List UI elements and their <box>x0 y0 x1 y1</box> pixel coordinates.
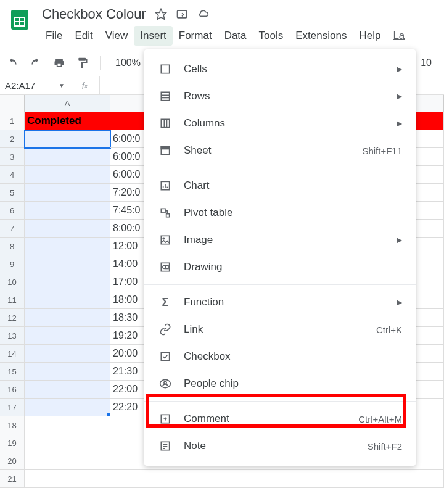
select-all-corner[interactable] <box>0 95 25 112</box>
menu-separator <box>144 284 416 285</box>
print-icon[interactable] <box>53 57 65 69</box>
row-header[interactable]: 13 <box>0 327 25 345</box>
cell[interactable] <box>25 434 110 452</box>
cell[interactable] <box>25 399 110 416</box>
submenu-arrow-icon: ▶ <box>397 119 402 128</box>
cell[interactable] <box>25 148 110 166</box>
menu-label: Cells <box>184 63 385 75</box>
menu-format[interactable]: Format <box>173 26 218 46</box>
insert-chart[interactable]: Chart <box>144 172 416 199</box>
svg-rect-6 <box>161 65 169 73</box>
redo-icon[interactable] <box>30 57 42 69</box>
row-header[interactable]: 2 <box>0 130 25 148</box>
cell[interactable] <box>25 416 110 434</box>
insert-columns[interactable]: Columns ▶ <box>144 110 416 137</box>
row-header[interactable]: 20 <box>0 452 25 470</box>
cell[interactable] <box>25 184 110 202</box>
cell[interactable] <box>25 452 110 470</box>
row-header[interactable]: 9 <box>0 255 25 273</box>
row-header[interactable]: 21 <box>0 470 25 488</box>
insert-sheet[interactable]: Sheet Shift+F11 <box>144 137 416 164</box>
insert-comment[interactable]: Comment Ctrl+Alt+M <box>144 405 416 432</box>
menu-extensions[interactable]: Extensions <box>289 26 353 46</box>
insert-drawing[interactable]: Drawing <box>144 254 416 281</box>
menu-separator <box>144 168 416 168</box>
insert-pivot[interactable]: Pivot table <box>144 199 416 226</box>
document-title[interactable]: Checkbox Colour <box>42 6 146 22</box>
svg-rect-21 <box>161 236 169 244</box>
cell[interactable] <box>25 130 110 148</box>
cell[interactable] <box>25 166 110 184</box>
cell[interactable] <box>25 220 110 238</box>
menu-lastupdate[interactable]: La <box>387 26 411 46</box>
cell[interactable] <box>25 291 110 309</box>
name-box[interactable]: A2:A17 ▼ <box>0 76 70 94</box>
cloud-icon[interactable] <box>197 8 209 20</box>
row-header[interactable]: 11 <box>0 291 25 309</box>
insert-people-chip[interactable]: People chip <box>144 370 416 397</box>
menu-file[interactable]: File <box>39 26 68 46</box>
cell[interactable] <box>25 363 110 381</box>
cell[interactable] <box>25 273 110 291</box>
row-header[interactable]: 10 <box>0 273 25 291</box>
insert-rows[interactable]: Rows ▶ <box>144 83 416 110</box>
star-icon[interactable] <box>155 8 167 20</box>
link-icon <box>158 322 173 337</box>
sheets-logo[interactable] <box>7 5 32 35</box>
menu-data[interactable]: Data <box>218 26 253 46</box>
cell[interactable]: Completed <box>25 112 110 130</box>
row-header[interactable]: 14 <box>0 345 25 363</box>
cell[interactable] <box>25 381 110 399</box>
cell[interactable] <box>25 238 110 255</box>
menu-label: Chart <box>184 180 402 192</box>
row-header[interactable]: 16 <box>0 381 25 399</box>
cell[interactable] <box>25 309 110 327</box>
cell[interactable] <box>25 202 110 220</box>
row-header[interactable]: 7 <box>0 220 25 238</box>
row-header[interactable]: 1 <box>0 112 25 130</box>
name-box-value: A2:A17 <box>5 80 35 91</box>
paint-format-icon[interactable] <box>76 57 89 69</box>
row-header[interactable]: 3 <box>0 148 25 166</box>
col-header-a[interactable]: A <box>25 95 110 112</box>
font-size[interactable]: 10 <box>421 57 438 68</box>
row-header[interactable]: 19 <box>0 434 25 452</box>
cell[interactable] <box>25 345 110 363</box>
menu-shortcut: Ctrl+Alt+M <box>358 414 402 424</box>
row-header[interactable]: 15 <box>0 363 25 381</box>
row-header[interactable]: 8 <box>0 238 25 255</box>
menu-view[interactable]: View <box>99 26 134 46</box>
insert-link[interactable]: Link Ctrl+K <box>144 316 416 343</box>
menu-label: Function <box>184 296 385 308</box>
insert-image[interactable]: Image ▶ <box>144 226 416 254</box>
move-icon[interactable] <box>176 8 188 20</box>
row-header[interactable]: 12 <box>0 309 25 327</box>
zoom-selector[interactable]: 100% <box>112 57 144 68</box>
cell[interactable] <box>110 470 444 488</box>
cell[interactable] <box>25 327 110 345</box>
svg-rect-5 <box>177 10 186 18</box>
menu-tools[interactable]: Tools <box>253 26 290 46</box>
row-header[interactable]: 5 <box>0 184 25 202</box>
undo-icon[interactable] <box>6 57 18 69</box>
chevron-down-icon: ▼ <box>59 82 65 89</box>
insert-function[interactable]: Σ Function ▶ <box>144 289 416 316</box>
cell[interactable] <box>25 255 110 273</box>
menu-edit[interactable]: Edit <box>68 26 99 46</box>
insert-checkbox[interactable]: Checkbox <box>144 343 416 370</box>
row-header[interactable]: 17 <box>0 399 25 416</box>
svg-point-22 <box>163 238 165 239</box>
menu-label: Pivot table <box>184 207 402 219</box>
menu-insert[interactable]: Insert <box>134 26 173 46</box>
menubar: File Edit View Insert Format Data Tools … <box>39 25 444 49</box>
menu-help[interactable]: Help <box>353 26 387 46</box>
insert-cells[interactable]: Cells ▶ <box>144 56 416 83</box>
svg-rect-10 <box>161 119 169 127</box>
insert-note[interactable]: Note Shift+F2 <box>144 432 416 460</box>
cell[interactable] <box>25 470 110 488</box>
fx-label: ffxx <box>70 76 100 94</box>
row-header[interactable]: 18 <box>0 416 25 434</box>
row-header[interactable]: 6 <box>0 202 25 220</box>
menu-label: Checkbox <box>184 350 402 363</box>
row-header[interactable]: 4 <box>0 166 25 184</box>
